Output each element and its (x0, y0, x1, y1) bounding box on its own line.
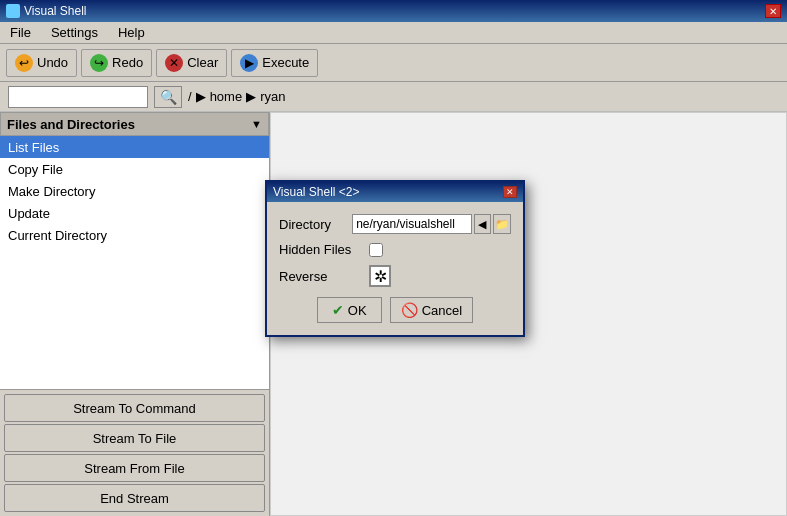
redo-icon: ↪ (90, 54, 108, 72)
dialog-hidden-files-checkbox[interactable] (369, 243, 383, 257)
undo-button[interactable]: ↩ Undo (6, 49, 77, 77)
dialog-title: Visual Shell <2> (273, 185, 360, 199)
menu-file[interactable]: File (4, 23, 37, 42)
clear-button[interactable]: ✕ Clear (156, 49, 227, 77)
dialog-reverse-row: Reverse ✲ (279, 265, 511, 287)
dialog-hidden-files-row: Hidden Files (279, 242, 511, 257)
dialog-hidden-files-label: Hidden Files (279, 242, 369, 257)
dialog-buttons: ✔ OK 🚫 Cancel (279, 297, 511, 323)
dialog-cancel-label: Cancel (422, 303, 462, 318)
execute-label: Execute (262, 55, 309, 70)
dialog-ok-label: OK (348, 303, 367, 318)
section-header: Files and Directories ▼ (0, 112, 269, 136)
dialog-directory-label: Directory (279, 217, 352, 232)
end-stream-button[interactable]: End Stream (4, 484, 265, 512)
execute-button[interactable]: ▶ Execute (231, 49, 318, 77)
menu-settings[interactable]: Settings (45, 23, 104, 42)
undo-icon: ↩ (15, 54, 33, 72)
dialog-reverse-icon: ✲ (369, 265, 391, 287)
undo-label: Undo (37, 55, 68, 70)
bottom-buttons: Stream To Command Stream To File Stream … (0, 389, 269, 516)
path-bar: 🔍 / ▶ home ▶ ryan (0, 82, 787, 112)
breadcrumb-arrow-1: ▶ (196, 89, 206, 104)
menu-item-update[interactable]: Update (0, 202, 269, 224)
dialog-directory-browse-btn[interactable]: 📁 (493, 214, 511, 234)
dialog-title-bar: Visual Shell <2> ✕ (267, 182, 523, 202)
dialog-body: Directory ◀ 📁 Hidden Files Reverse ✲ ✔ O… (267, 202, 523, 335)
breadcrumb-sep-root: / (188, 89, 192, 104)
dialog-ok-button[interactable]: ✔ OK (317, 297, 382, 323)
dialog-directory-row: Directory ◀ 📁 (279, 214, 511, 234)
breadcrumb-home[interactable]: home (210, 89, 243, 104)
section-dropdown-icon[interactable]: ▼ (251, 118, 262, 130)
dialog-cancel-button[interactable]: 🚫 Cancel (390, 297, 473, 323)
menu-item-list-files[interactable]: List Files (0, 136, 269, 158)
app-title: Visual Shell (24, 4, 86, 18)
dialog-directory-input[interactable] (352, 214, 472, 234)
menu-item-current-directory[interactable]: Current Directory (0, 224, 269, 246)
stream-to-command-button[interactable]: Stream To Command (4, 394, 265, 422)
toolbar: ↩ Undo ↪ Redo ✕ Clear ▶ Execute (0, 44, 787, 82)
clear-icon: ✕ (165, 54, 183, 72)
menu-list: List Files Copy File Make Directory Upda… (0, 136, 269, 389)
close-button[interactable]: ✕ (765, 4, 781, 18)
left-panel: Files and Directories ▼ List Files Copy … (0, 112, 270, 516)
dialog: Visual Shell <2> ✕ Directory ◀ 📁 Hidden … (265, 180, 525, 337)
menu-item-make-directory[interactable]: Make Directory (0, 180, 269, 202)
menu-item-copy-file[interactable]: Copy File (0, 158, 269, 180)
redo-label: Redo (112, 55, 143, 70)
title-bar: Visual Shell ✕ (0, 0, 787, 22)
breadcrumb-arrow-2: ▶ (246, 89, 256, 104)
execute-icon: ▶ (240, 54, 258, 72)
breadcrumb: / ▶ home ▶ ryan (188, 89, 285, 104)
breadcrumb-ryan[interactable]: ryan (260, 89, 285, 104)
redo-button[interactable]: ↪ Redo (81, 49, 152, 77)
stream-to-file-button[interactable]: Stream To File (4, 424, 265, 452)
path-browse-button[interactable]: 🔍 (154, 86, 182, 108)
app-icon (6, 4, 20, 18)
ok-icon: ✔ (332, 302, 344, 318)
dialog-reverse-label: Reverse (279, 269, 369, 284)
section-header-label: Files and Directories (7, 117, 135, 132)
menu-help[interactable]: Help (112, 23, 151, 42)
stream-from-file-button[interactable]: Stream From File (4, 454, 265, 482)
cancel-icon: 🚫 (401, 302, 418, 318)
path-input[interactable] (8, 86, 148, 108)
dialog-close-button[interactable]: ✕ (503, 186, 517, 198)
clear-label: Clear (187, 55, 218, 70)
title-bar-left: Visual Shell (6, 4, 86, 18)
menu-bar: File Settings Help (0, 22, 787, 44)
dialog-directory-clear-btn[interactable]: ◀ (474, 214, 491, 234)
